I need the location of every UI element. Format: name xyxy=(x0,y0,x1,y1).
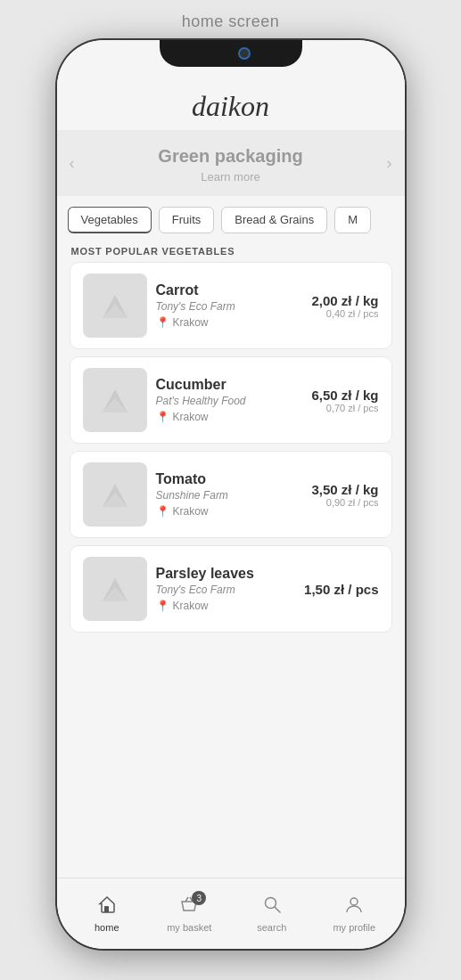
product-card-tomato[interactable]: Tomato Sunshine Farm 📍 Krakow 3,50 zł / … xyxy=(70,451,392,538)
product-price-tomato: 3,50 zł / kg 0,90 zł / pcs xyxy=(311,482,378,508)
section-header: MOST POPULAR VEGETABLES xyxy=(57,233,405,262)
svg-point-3 xyxy=(350,898,358,905)
location-pin-icon-3: 📍 xyxy=(156,505,169,518)
product-info-carrot: Carrot Tony's Eco Farm 📍 Krakow xyxy=(147,282,312,329)
product-location-parsley: 📍 Krakow xyxy=(156,600,296,612)
logo-area: daikon xyxy=(57,79,405,130)
product-image-parsley xyxy=(83,557,147,621)
screen-label: home screen xyxy=(182,12,280,31)
phone-frame: daikon ‹ Green packaging Learn more › Ve… xyxy=(57,40,405,949)
app-logo: daikon xyxy=(192,90,269,123)
tab-fruits[interactable]: Fruits xyxy=(159,207,215,233)
banner-subtitle[interactable]: Learn more xyxy=(75,170,387,184)
banner-next-arrow[interactable]: › xyxy=(380,147,399,180)
product-name-parsley: Parsley leaves xyxy=(156,566,296,582)
home-icon xyxy=(97,894,117,919)
price-sub-carrot: 0,40 zł / pcs xyxy=(311,308,378,319)
price-main-parsley: 1,50 zł / pcs xyxy=(304,582,378,597)
nav-home-label: home xyxy=(95,922,119,933)
product-name-cucumber: Cucumber xyxy=(156,377,303,393)
price-sub-tomato: 0,90 zł / pcs xyxy=(311,497,378,508)
product-name-carrot: Carrot xyxy=(156,282,303,298)
nav-basket-label: my basket xyxy=(167,922,211,933)
price-main-carrot: 2,00 zł / kg xyxy=(311,293,378,308)
product-image-cucumber xyxy=(83,368,147,432)
svg-rect-0 xyxy=(104,906,109,912)
location-pin-icon-4: 📍 xyxy=(156,600,169,612)
basket-icon: 3 xyxy=(179,894,199,919)
profile-icon xyxy=(344,894,364,919)
product-card-cucumber[interactable]: Cucumber Pat's Healthy Food 📍 Krakow 6,5… xyxy=(70,356,392,444)
product-location-carrot: 📍 Krakow xyxy=(156,316,303,329)
product-farm-parsley: Tony's Eco Farm xyxy=(156,584,296,596)
product-location-cucumber: 📍 Krakow xyxy=(156,411,303,423)
bottom-nav: home 3 my basket xyxy=(57,878,405,949)
price-main-cucumber: 6,50 zł / kg xyxy=(311,388,378,403)
tab-bread-grains[interactable]: Bread & Grains xyxy=(221,207,327,233)
notch xyxy=(160,40,302,67)
product-list: Carrot Tony's Eco Farm 📍 Krakow 2,00 zł … xyxy=(57,262,405,640)
notch-camera xyxy=(240,49,249,58)
nav-search-label: search xyxy=(257,922,286,933)
product-price-carrot: 2,00 zł / kg 0,40 zł / pcs xyxy=(311,293,378,319)
product-card-parsley[interactable]: Parsley leaves Tony's Eco Farm 📍 Krakow … xyxy=(70,545,392,633)
product-farm-carrot: Tony's Eco Farm xyxy=(156,300,303,313)
product-image-tomato xyxy=(83,462,147,527)
product-location-tomato: 📍 Krakow xyxy=(156,505,303,518)
product-name-tomato: Tomato xyxy=(156,471,303,487)
basket-badge: 3 xyxy=(192,891,206,905)
product-price-cucumber: 6,50 zł / kg 0,70 zł / pcs xyxy=(311,388,378,413)
nav-basket[interactable]: 3 my basket xyxy=(148,894,231,933)
category-tabs: Vegetables Fruits Bread & Grains M xyxy=(57,196,405,233)
search-icon xyxy=(262,894,282,919)
location-pin-icon-2: 📍 xyxy=(156,411,169,423)
promo-banner: ‹ Green packaging Learn more › xyxy=(57,130,405,196)
nav-home[interactable]: home xyxy=(66,894,149,933)
product-info-parsley: Parsley leaves Tony's Eco Farm 📍 Krakow xyxy=(147,566,305,612)
product-price-parsley: 1,50 zł / pcs xyxy=(304,582,378,597)
app-content: daikon ‹ Green packaging Learn more › Ve… xyxy=(57,79,405,878)
svg-line-2 xyxy=(275,907,280,912)
page-wrapper: home screen daikon ‹ Green packaging Lea… xyxy=(0,0,461,980)
product-card-carrot[interactable]: Carrot Tony's Eco Farm 📍 Krakow 2,00 zł … xyxy=(70,262,392,349)
nav-profile[interactable]: my profile xyxy=(313,894,396,933)
product-farm-tomato: Sunshine Farm xyxy=(156,489,303,502)
banner-prev-arrow[interactable]: ‹ xyxy=(62,147,82,180)
product-info-cucumber: Cucumber Pat's Healthy Food 📍 Krakow xyxy=(147,377,312,423)
tab-vegetables[interactable]: Vegetables xyxy=(68,207,152,233)
price-main-tomato: 3,50 zł / kg xyxy=(311,482,378,497)
product-farm-cucumber: Pat's Healthy Food xyxy=(156,395,303,407)
location-pin-icon: 📍 xyxy=(156,316,169,329)
nav-profile-label: my profile xyxy=(333,922,375,933)
price-sub-cucumber: 0,70 zł / pcs xyxy=(311,403,378,413)
tab-more[interactable]: M xyxy=(334,207,371,233)
nav-search[interactable]: search xyxy=(231,894,314,933)
product-info-tomato: Tomato Sunshine Farm 📍 Krakow xyxy=(147,471,312,518)
banner-title: Green packaging xyxy=(75,146,387,167)
product-image-carrot xyxy=(83,274,147,338)
phone-screen: daikon ‹ Green packaging Learn more › Ve… xyxy=(57,40,405,949)
